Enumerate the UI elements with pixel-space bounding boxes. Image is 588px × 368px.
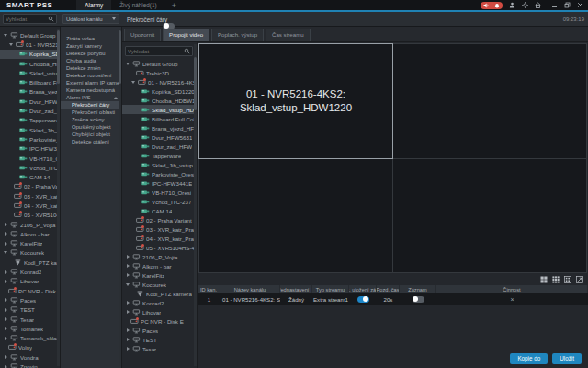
link-search-input[interactable] — [128, 49, 184, 54]
tree-item[interactable]: Lihovar — [122, 307, 197, 316]
tree-item[interactable]: Tomanek — [0, 324, 60, 333]
tree-item[interactable]: Alkom - bar — [122, 261, 197, 270]
tree-item[interactable]: PC NVR - Disk E — [0, 286, 60, 295]
alarm-menu-item[interactable]: Kamera nedostupná — [61, 86, 121, 94]
video-cell-3[interactable] — [199, 159, 392, 273]
tree-expand-arrow[interactable] — [127, 338, 130, 341]
tree-expand-arrow[interactable] — [126, 283, 130, 286]
tree-item[interactable]: Trebic3D — [122, 68, 197, 77]
tree-item[interactable]: Kopirka_SD1220 — [122, 86, 197, 96]
tab-poplach-v-stup[interactable]: Poplach. výstup — [211, 29, 264, 41]
tree-expand-arrow[interactable] — [131, 81, 135, 84]
tree-item[interactable]: Kocourek — [0, 248, 60, 258]
tree-item[interactable]: Alkom - bar — [0, 229, 60, 238]
tree-expand-arrow[interactable] — [4, 34, 7, 37]
video-cell-1[interactable]: 01 - NVR5216-4KS2: Sklad_vstup_HDW1220 — [199, 44, 392, 158]
tree-item[interactable]: Dvur_HFW5631 — [122, 132, 197, 142]
tree-item[interactable]: KarelFitz — [0, 239, 60, 248]
tree-expand-arrow[interactable] — [4, 251, 7, 254]
tree-item[interactable]: Sklad_vstup_HDW1220 — [122, 105, 197, 114]
tab--as-streamu[interactable]: Čas streamu — [266, 29, 311, 41]
alarm-menu-item[interactable]: Překročení oblasti — [61, 109, 121, 116]
delete-row-icon[interactable]: × — [510, 296, 514, 303]
tree-expand-arrow[interactable] — [5, 232, 7, 236]
device-search-input[interactable] — [6, 17, 48, 22]
storage-toggle[interactable] — [357, 296, 369, 303]
tree-item[interactable]: Kocourek — [122, 280, 197, 289]
scrollbar-thumb[interactable] — [194, 57, 197, 110]
tree-expand-arrow[interactable] — [5, 327, 7, 330]
tree-item[interactable]: Brana_vjezd_HFW — [0, 87, 60, 97]
record-toggle[interactable] — [413, 296, 424, 303]
titlebar-tab-0[interactable]: Alarmy — [76, 0, 111, 10]
tree-item[interactable]: Tomanek_skladka — [0, 334, 60, 343]
tree-item[interactable]: Chodba_HDBW1220 — [122, 96, 197, 105]
tree-expand-arrow[interactable] — [5, 223, 7, 226]
tree-item[interactable]: Znovin — [0, 362, 60, 368]
tree-item[interactable]: 02 - Praha Variant — [0, 182, 60, 191]
close-icon[interactable] — [576, 2, 583, 9]
tree-item[interactable]: Vondra — [0, 352, 60, 362]
gear-icon[interactable] — [521, 2, 528, 9]
tree-item[interactable]: 05 - XVR5104HS-4 — [122, 243, 197, 252]
tree-item[interactable]: Tesar — [122, 344, 197, 353]
alarm-menu-item[interactable]: Chyba audia — [61, 57, 121, 64]
tree-item[interactable]: 2106_P_Vojta — [0, 220, 60, 229]
tree-item[interactable]: Volny — [0, 343, 60, 352]
user-icon[interactable] — [508, 2, 515, 9]
tree-item[interactable]: 2106_P_Vojta — [122, 252, 197, 261]
alarm-badge[interactable] — [481, 2, 503, 9]
titlebar-tab-1[interactable]: Živý náhled(1) — [111, 0, 165, 10]
tree-item[interactable]: Tapperware — [0, 116, 60, 125]
home-icon[interactable] — [534, 2, 541, 9]
add-tab-button[interactable]: + — [165, 1, 183, 10]
grid-9-icon[interactable] — [551, 275, 560, 283]
alarm-menu-item[interactable]: Detekce pohybu — [61, 50, 121, 57]
tree-item[interactable]: Tesar — [0, 315, 60, 324]
tree-item[interactable]: Dvur_zad_HFW — [122, 142, 197, 151]
tree-item[interactable]: Tapperware — [122, 151, 197, 160]
tree-item[interactable]: 03 - XVR_katr_Praha — [0, 191, 60, 201]
tree-item[interactable]: Chodba_HDBW1220 — [0, 59, 60, 68]
tree-expand-arrow[interactable] — [127, 301, 130, 305]
alarm-menu-item[interactable]: Externí alarm IP kamery — [61, 79, 121, 86]
tree-item[interactable]: 04 - XVR_katr_Praha — [0, 201, 60, 210]
alarm-menu-item[interactable]: Alarm IVS — [61, 94, 121, 101]
tree-expand-arrow[interactable] — [5, 317, 7, 321]
tree-item[interactable]: Konrad2 — [122, 298, 197, 307]
tree-expand-arrow[interactable] — [5, 355, 7, 359]
tree-expand-arrow[interactable] — [127, 273, 130, 277]
tree-item[interactable]: Billboard Full Color — [122, 114, 197, 123]
tree-item[interactable]: Sklad_Jih_vstup — [122, 160, 197, 169]
tree-expand-arrow[interactable] — [126, 63, 130, 65]
tree-item[interactable]: Sklad_Jih_vstup — [0, 125, 60, 134]
tree-item[interactable]: Lihovar — [0, 277, 60, 286]
tree-expand-arrow[interactable] — [5, 365, 7, 368]
cell-preset[interactable]: Žádný — [280, 293, 312, 305]
alarm-menu-item[interactable]: Detekce otálení — [61, 138, 121, 145]
tree-expand-arrow[interactable] — [127, 328, 130, 332]
tree-item[interactable]: 05 - XVR5104HS-4 — [0, 211, 60, 220]
tree-expand-arrow[interactable] — [9, 43, 13, 46]
minimize-icon[interactable] — [550, 2, 558, 9]
tree-item[interactable]: Dvur_zad_HFW — [0, 106, 60, 115]
alarm-menu-item[interactable]: Detekce rozostření — [61, 72, 121, 79]
tree-item[interactable]: Dvur_HFW5631 — [0, 97, 60, 106]
tree-item[interactable]: 02 - Praha Variant — [122, 215, 197, 224]
tree-item[interactable]: 01 - NVR5216-4KS2 — [0, 40, 60, 49]
grid-4-icon[interactable] — [539, 275, 548, 283]
tree-item[interactable]: 04 - XVR_katr_Praha — [122, 234, 197, 243]
cell-delay-time[interactable]: 20s — [377, 293, 400, 305]
tree-expand-arrow[interactable] — [5, 280, 7, 283]
tree-item[interactable]: Paces — [0, 295, 60, 305]
tree-item[interactable]: CAM 14 — [0, 172, 60, 181]
tree-item[interactable]: Konrad2 — [0, 267, 60, 276]
alarm-menu-item[interactable]: Zakrytí kamery — [61, 42, 121, 50]
tree-item[interactable]: IPC-HFW3441E — [122, 178, 197, 188]
tree-item[interactable]: Brana_vjezd_HFW — [122, 123, 197, 132]
tree-expand-arrow[interactable] — [5, 242, 7, 246]
video-cell-2[interactable] — [393, 44, 586, 158]
tree-item[interactable]: Default Group — [122, 59, 197, 68]
fullscreen-icon[interactable] — [575, 275, 583, 283]
tree-item[interactable]: IPC-HFW3441E — [0, 144, 60, 154]
